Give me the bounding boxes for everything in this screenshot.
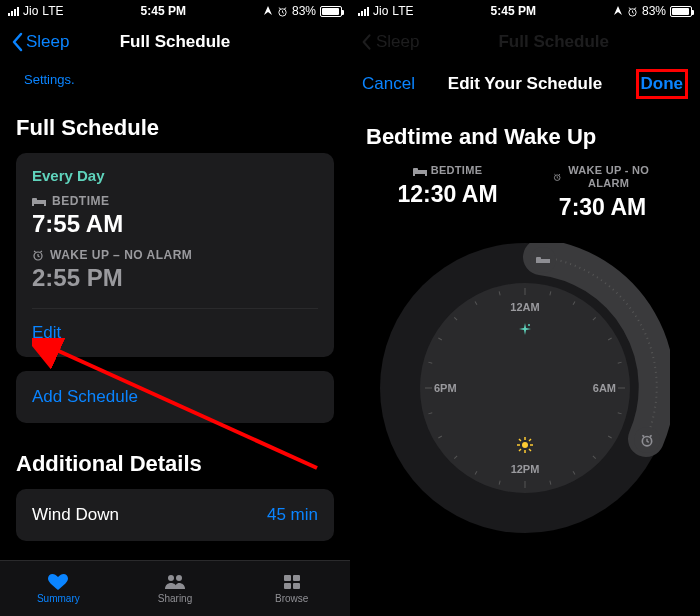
svg-line-48: [438, 436, 441, 438]
svg-line-49: [428, 413, 432, 414]
svg-line-51: [428, 362, 432, 363]
status-bar: Jio LTE 5:45 PM 83%: [0, 0, 350, 20]
wakeup-value: 7:30 AM: [553, 194, 653, 221]
bed-icon: [32, 196, 46, 206]
bedtime-value: 12:30 AM: [397, 181, 497, 208]
alarm-icon: [277, 6, 288, 17]
battery-pct: 83%: [642, 4, 666, 18]
svg-line-40: [608, 436, 611, 438]
svg-point-7: [168, 575, 174, 581]
wakeup-label: WAKE UP - NO ALARM: [565, 164, 653, 190]
alarm-icon: [627, 6, 638, 17]
done-button[interactable]: Done: [641, 74, 684, 93]
chevron-left-icon: [362, 33, 372, 51]
wind-down-value: 45 min: [267, 505, 318, 525]
tab-browse-label: Browse: [275, 593, 308, 604]
alarm-clock-icon: [553, 171, 561, 183]
carrier-label: Jio: [373, 4, 388, 18]
wakeup-label: WAKE UP – NO ALARM: [50, 248, 192, 262]
carrier-label: Jio: [23, 4, 38, 18]
heart-icon: [46, 573, 70, 591]
signal-icon: [8, 7, 19, 16]
svg-line-47: [454, 456, 457, 459]
battery-icon: [320, 6, 342, 17]
back-button[interactable]: Sleep: [12, 32, 69, 52]
svg-rect-3: [32, 204, 34, 206]
battery-icon: [670, 6, 692, 17]
svg-line-52: [438, 338, 441, 340]
svg-line-36: [608, 338, 611, 340]
schedule-card: Every Day BEDTIME 7:55 AM WAKE UP – NO A…: [16, 153, 334, 357]
svg-rect-11: [284, 583, 291, 589]
svg-line-42: [573, 472, 575, 475]
wind-down-row[interactable]: Wind Down 45 min: [16, 489, 334, 541]
add-schedule-button[interactable]: Add Schedule: [16, 371, 334, 423]
sleep-dial[interactable]: 12AM 6AM 12PM 6PM: [380, 243, 670, 533]
section-full-schedule-title: Full Schedule: [16, 115, 334, 141]
svg-line-55: [499, 292, 500, 296]
dim-back-label: Sleep: [376, 32, 419, 52]
network-label: LTE: [42, 4, 63, 18]
svg-point-8: [176, 575, 182, 581]
wind-down-label: Wind Down: [32, 505, 119, 525]
svg-line-46: [475, 472, 477, 475]
svg-rect-12: [293, 583, 300, 589]
phone-right-edit-schedule: Jio LTE 5:45 PM 83% Sleep Full Schedule …: [350, 0, 700, 616]
back-label: Sleep: [26, 32, 69, 52]
status-bar: Jio LTE 5:45 PM 83%: [350, 0, 700, 20]
clock-label: 5:45 PM: [63, 4, 263, 18]
section-bedtime-title: Bedtime and Wake Up: [366, 124, 684, 150]
svg-line-33: [550, 292, 551, 296]
bedtime-wakeup-readout: BEDTIME 12:30 AM WAKE UP - NO ALARM 7:30…: [350, 164, 700, 221]
svg-line-34: [573, 302, 575, 305]
clock-label: 5:45 PM: [413, 4, 613, 18]
network-label: LTE: [392, 4, 413, 18]
svg-line-54: [475, 302, 477, 305]
add-schedule-label: Add Schedule: [32, 387, 138, 406]
dial-ticks: [380, 243, 670, 533]
alarm-clock-icon: [32, 249, 44, 261]
tab-sharing-label: Sharing: [158, 593, 192, 604]
edit-button[interactable]: Edit: [32, 323, 61, 342]
done-highlight: Done: [636, 69, 689, 99]
section-additional-title: Additional Details: [16, 451, 334, 477]
schedule-name: Every Day: [32, 167, 318, 184]
bedtime-value: 7:55 AM: [32, 210, 318, 238]
bed-icon: [413, 166, 427, 176]
svg-rect-15: [413, 168, 418, 171]
tab-summary-label: Summary: [37, 593, 80, 604]
svg-line-45: [499, 481, 500, 485]
location-icon: [263, 6, 273, 16]
tab-sharing[interactable]: Sharing: [117, 561, 234, 616]
chevron-left-icon: [12, 32, 24, 52]
svg-rect-9: [284, 575, 291, 581]
svg-line-39: [618, 413, 622, 414]
svg-line-35: [593, 318, 596, 321]
tab-summary[interactable]: Summary: [0, 561, 117, 616]
tab-browse[interactable]: Browse: [233, 561, 350, 616]
svg-rect-16: [413, 174, 415, 176]
location-icon: [613, 6, 623, 16]
dim-title: Full Schedule: [419, 32, 688, 52]
people-icon: [163, 573, 187, 591]
bedtime-label: BEDTIME: [431, 164, 483, 177]
svg-line-43: [550, 481, 551, 485]
signal-icon: [358, 7, 369, 16]
svg-rect-10: [293, 575, 300, 581]
sheet-nav: Cancel Edit Your Schedule Done: [350, 64, 700, 104]
svg-line-37: [618, 362, 622, 363]
svg-line-41: [593, 456, 596, 459]
wakeup-value: 2:55 PM: [32, 264, 318, 292]
battery-pct: 83%: [292, 4, 316, 18]
settings-link[interactable]: Settings.: [16, 64, 334, 87]
svg-line-53: [454, 318, 457, 321]
svg-rect-2: [32, 198, 37, 201]
phone-left-full-schedule: Jio LTE 5:45 PM 83% Sleep Full Schedule …: [0, 0, 350, 616]
nav-bar: Sleep Full Schedule: [0, 20, 350, 64]
grid-icon: [280, 573, 304, 591]
bedtime-label: BEDTIME: [52, 194, 110, 208]
dimmed-underlay-nav: Sleep Full Schedule: [350, 20, 700, 64]
svg-rect-4: [44, 204, 46, 206]
tab-bar: Summary Sharing Browse: [0, 560, 350, 616]
cancel-button[interactable]: Cancel: [362, 74, 415, 94]
